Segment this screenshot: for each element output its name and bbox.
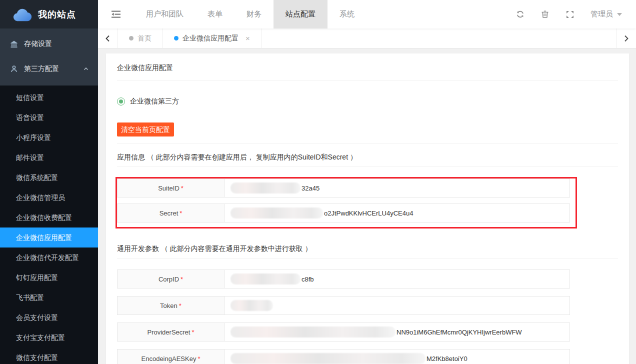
sidebar-item-alipay[interactable]: 支付宝支付配置 <box>0 328 98 348</box>
required-asterisk: * <box>180 210 182 217</box>
radio-wecom-thirdparty[interactable] <box>117 98 125 106</box>
field-label: SuiteID * <box>118 179 224 197</box>
header-actions: 管理员 <box>508 0 636 28</box>
chevron-up-icon <box>83 66 89 72</box>
field-label-text: Secret <box>160 210 178 217</box>
sidebar-item-sms[interactable]: 短信设置 <box>0 88 98 108</box>
suiteid-input[interactable]: 32a45 <box>224 179 570 197</box>
clear-page-config-button[interactable]: 清空当前页配置 <box>117 122 174 136</box>
top-nav: 用户和团队 表单 财务 站点配置 系统 <box>134 0 366 28</box>
provider-radio-row: 企业微信第三方 <box>117 97 618 106</box>
sidebar-groups: 存储设置 第三方配置 <box>0 28 98 86</box>
field-row-corpid: CorpID * c8fb <box>117 270 570 288</box>
nav-item-users-teams[interactable]: 用户和团队 <box>134 0 196 28</box>
redacted-value <box>230 300 273 311</box>
section-heading-common-params: 通用开发参数 （ 此部分内容需要在通用开发参数中进行获取 ） <box>117 244 618 254</box>
top-header: 用户和团队 表单 财务 站点配置 系统 <box>98 0 636 28</box>
field-label: CorpID * <box>118 270 224 288</box>
tab-dot <box>174 36 178 40</box>
sidebar-group-label: 第三方配置 <box>24 64 59 74</box>
corpid-input[interactable]: c8fb <box>224 270 570 288</box>
sidebar-item-wecom-app-config[interactable]: 企业微信应用配置 <box>0 228 98 248</box>
nav-item-finance[interactable]: 财务 <box>234 0 274 28</box>
tabs-scroll-left-button[interactable] <box>98 28 118 48</box>
field-label: Token * <box>118 296 224 314</box>
sidebar-group-thirdparty[interactable]: 第三方配置 <box>0 56 98 82</box>
refresh-icon <box>516 10 524 18</box>
trash-icon <box>541 10 549 18</box>
nav-item-forms[interactable]: 表单 <box>196 0 234 28</box>
field-value-text: NN9o1iM6GhEfMcmr0QjKYHIjwrEerbWFW <box>396 328 522 336</box>
highlighted-fields-group: SuiteID * 32a45 Secret * o2JtP <box>116 177 577 228</box>
sidebar-item-wecom-billing[interactable]: 企业微信收费配置 <box>0 208 98 228</box>
page-title: 企业微信应用配置 <box>117 64 618 72</box>
required-asterisk: * <box>192 328 194 336</box>
tab-home[interactable]: 首页 <box>118 28 163 48</box>
clear-cache-button[interactable] <box>532 0 558 28</box>
field-row-secret: Secret * o2JtPwdKKlvHCErLU4yCE4u4 <box>117 204 570 222</box>
required-asterisk: * <box>198 355 200 362</box>
sidebar: 我的站点 存储设置 第三方配置 <box>0 0 98 364</box>
token-input[interactable] <box>224 296 570 314</box>
field-label: EncodeingAESKey * <box>118 350 224 364</box>
field-label-text: CorpID <box>158 276 179 283</box>
sidebar-item-mail[interactable]: 邮件设置 <box>0 148 98 168</box>
user-icon <box>10 65 18 73</box>
nav-item-system[interactable]: 系统 <box>328 0 366 28</box>
sidebar-item-wechat-system[interactable]: 微信系统配置 <box>0 168 98 188</box>
field-label-text: ProviderSecret <box>147 328 190 336</box>
redacted-value <box>230 326 396 338</box>
field-label: ProviderSecret * <box>118 323 224 341</box>
redacted-value <box>230 208 323 218</box>
field-label-text: SuiteID <box>158 184 180 192</box>
field-value-text: o2JtPwdKKlvHCErLU4yCE4u4 <box>324 210 413 217</box>
sidebar-item-dingtalk[interactable]: 钉钉应用配置 <box>0 268 98 288</box>
section-heading-app-info: 应用信息 （ 此部分内容需要在创建应用后， 复制应用内的SuiteID和Secr… <box>117 153 618 162</box>
app-root: 我的站点 存储设置 第三方配置 <box>0 0 636 364</box>
main-content: 企业微信应用配置 企业微信第三方 清空当前页配置 应用信息 （ 此部分内容需要在… <box>98 48 636 364</box>
sidebar-item-wecom-admin[interactable]: 企业微信管理员 <box>0 188 98 208</box>
sidebar-item-member-pay[interactable]: 会员支付设置 <box>0 308 98 328</box>
field-label-text: EncodeingAESKey <box>142 355 196 362</box>
providersecret-input[interactable]: NN9o1iM6GhEfMcmr0QjKYHIjwrEerbWFW <box>224 323 570 341</box>
field-row-suiteid: SuiteID * 32a45 <box>117 178 570 198</box>
sidebar-group-storage[interactable]: 存储设置 <box>0 32 98 56</box>
tabs-scroll-right-button[interactable] <box>616 28 636 48</box>
sidebar-item-wechat-pay[interactable]: 微信支付配置 <box>0 348 98 364</box>
user-name: 管理员 <box>590 10 613 19</box>
tab-label: 企业微信应用配置 <box>182 34 238 43</box>
menu-fold-button[interactable] <box>98 0 134 28</box>
secret-input[interactable]: o2JtPwdKKlvHCErLU4yCE4u4 <box>224 204 570 222</box>
chevron-left-icon <box>105 35 110 42</box>
tab-bar: 首页 企业微信应用配置 × <box>98 28 636 48</box>
fullscreen-button[interactable] <box>558 0 582 28</box>
sidebar-item-wecom-dev-proxy[interactable]: 企业微信代开发配置 <box>0 248 98 268</box>
field-row-token: Token * <box>117 296 570 315</box>
radio-dot <box>119 100 123 104</box>
content-card: 企业微信应用配置 企业微信第三方 清空当前页配置 应用信息 （ 此部分内容需要在… <box>106 54 629 364</box>
sidebar-item-feishu[interactable]: 飞书配置 <box>0 288 98 308</box>
common-params-rows: CorpID * c8fb Token * <box>117 270 618 364</box>
radio-label: 企业微信第三方 <box>130 97 179 106</box>
sidebar-item-voice[interactable]: 语音设置 <box>0 108 98 128</box>
brand-logo[interactable]: 我的站点 <box>0 0 98 28</box>
nav-item-site-config[interactable]: 站点配置 <box>274 0 328 28</box>
field-row-encodeingaeskey: EncodeingAESKey * M2fKb8etoiY0 <box>117 349 570 364</box>
required-asterisk: * <box>180 276 183 283</box>
bank-icon <box>10 40 18 48</box>
close-icon[interactable]: × <box>246 34 250 42</box>
caret-down-icon <box>617 13 622 16</box>
sidebar-item-miniprogram[interactable]: 小程序设置 <box>0 128 98 148</box>
field-label: Secret * <box>118 204 224 222</box>
field-value-text: c8fb <box>302 276 314 283</box>
tab-wecom-app-config[interactable]: 企业微信应用配置 × <box>163 28 262 48</box>
encodeingaeskey-input[interactable]: M2fKb8etoiY0 <box>224 350 570 364</box>
required-asterisk: * <box>179 302 182 310</box>
field-label-text: Token <box>160 302 178 310</box>
user-menu[interactable]: 管理员 <box>582 10 627 19</box>
fullscreen-icon <box>566 10 574 18</box>
refresh-button[interactable] <box>508 0 532 28</box>
redacted-value <box>230 353 426 364</box>
field-value-text: 32a45 <box>302 184 320 192</box>
sidebar-submenu: 短信设置 语音设置 小程序设置 邮件设置 微信系统配置 企业微信管理员 企业微信… <box>0 86 98 364</box>
